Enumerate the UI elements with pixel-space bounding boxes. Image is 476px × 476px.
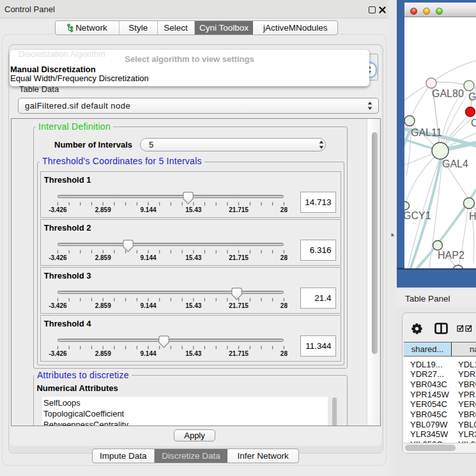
svg-text:GAL11: GAL11 — [411, 127, 442, 138]
svg-text:H: H — [469, 211, 476, 222]
svg-text:G.: G. — [468, 91, 476, 102]
svg-text:GAL80: GAL80 — [432, 88, 464, 99]
svg-text:C: C — [471, 118, 476, 128]
svg-text:HAP2: HAP2 — [438, 250, 464, 261]
svg-text:GCY1: GCY1 — [404, 210, 431, 221]
svg-text:GAL4: GAL4 — [442, 158, 468, 169]
